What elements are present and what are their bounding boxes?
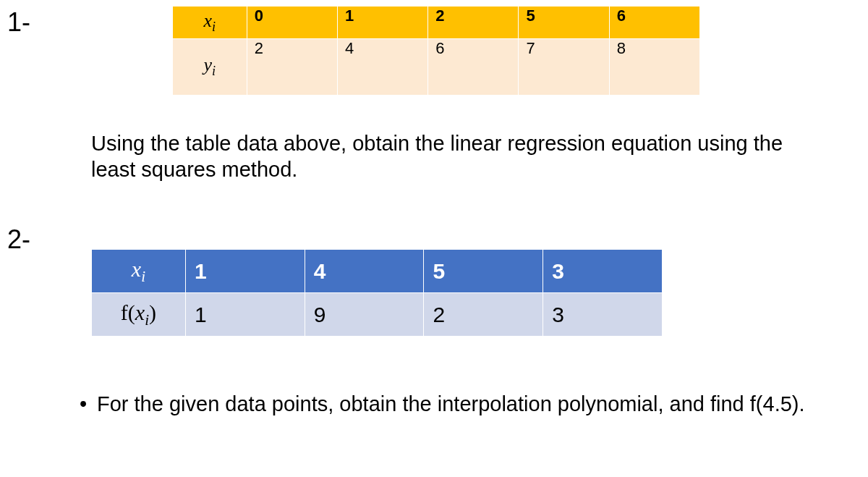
table-1-cell: 1 (337, 7, 427, 39)
table-1-cell: 0 (247, 7, 337, 39)
table-2-cell: 2 (424, 293, 543, 337)
table-2-cell: 9 (305, 293, 424, 337)
bullet-icon: • (80, 391, 97, 417)
table-1-cell: 6 (609, 7, 699, 39)
table-2: xi 1 4 5 3 f(xi) 1 9 2 3 (91, 249, 663, 337)
question-2-label: 2- (7, 224, 30, 255)
table-2-cell: 5 (424, 250, 543, 293)
table-1-yi-label: yi (173, 39, 247, 96)
table-1-cell: 8 (609, 39, 699, 96)
table-2-cell: 3 (543, 250, 663, 293)
table-1-row-yi: yi 2 4 6 7 8 (173, 39, 700, 96)
question-2-text: •For the given data points, obtain the i… (80, 391, 857, 417)
table-2-cell: 1 (185, 293, 305, 337)
table-2-cell: 1 (185, 250, 305, 293)
table-1-cell: 2 (428, 7, 519, 39)
question-1-text: Using the table data above, obtain the l… (91, 130, 829, 183)
table-1-cell: 4 (337, 39, 427, 96)
table-2-fxi-label: f(xi) (92, 293, 186, 337)
table-2-row-fxi: f(xi) 1 9 2 3 (92, 293, 663, 337)
table-1-cell: 7 (519, 39, 609, 96)
table-1: xi 0 1 2 5 6 yi 2 4 6 7 8 (172, 6, 700, 96)
table-1-cell: 5 (519, 7, 609, 39)
table-1-cell: 2 (247, 39, 337, 96)
table-1-cell: 6 (428, 39, 519, 96)
question-2-body: For the given data points, obtain the in… (97, 391, 849, 417)
table-2-row-xi: xi 1 4 5 3 (92, 250, 663, 293)
table-1-xi-label: xi (173, 7, 247, 39)
question-1-label: 1- (7, 7, 30, 38)
table-2-cell: 4 (305, 250, 424, 293)
table-1-row-xi: xi 0 1 2 5 6 (173, 7, 700, 39)
table-2-xi-label: xi (92, 250, 186, 293)
table-2-cell: 3 (543, 293, 663, 337)
